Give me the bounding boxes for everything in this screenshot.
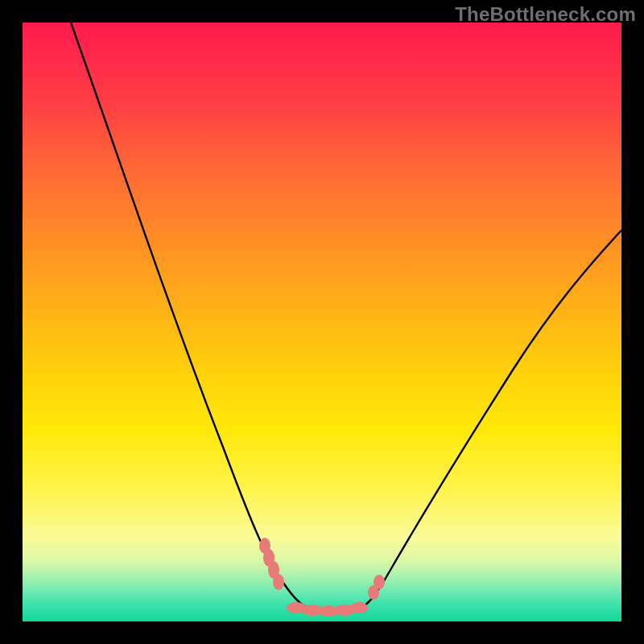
- curve-right-branch: [357, 230, 621, 610]
- chart-frame: TheBottleneck.com: [0, 0, 644, 644]
- svg-point-3: [273, 574, 284, 590]
- plot-area: [23, 23, 621, 621]
- svg-point-8: [350, 602, 368, 613]
- watermark-text: TheBottleneck.com: [455, 3, 636, 26]
- svg-point-10: [374, 575, 385, 589]
- bottleneck-curve: [23, 23, 621, 621]
- curve-left-branch: [71, 23, 312, 610]
- bottleneck-markers: [259, 538, 385, 617]
